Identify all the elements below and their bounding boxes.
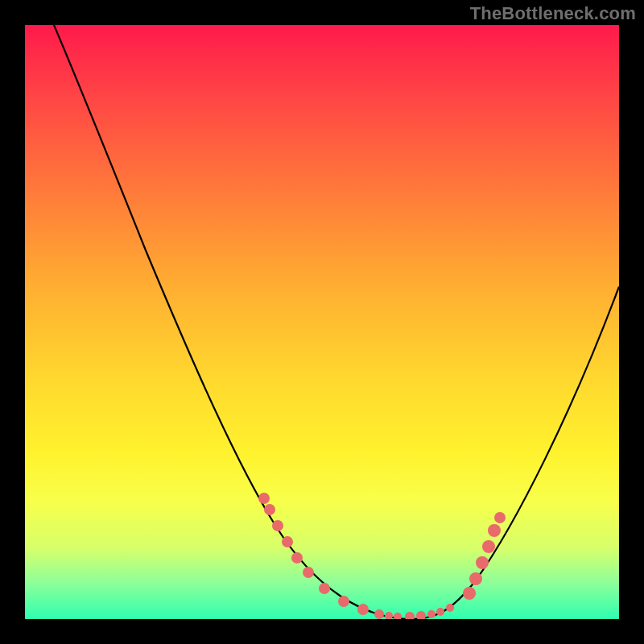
svg-point-10 bbox=[385, 612, 393, 619]
svg-point-14 bbox=[427, 610, 436, 618]
svg-point-13 bbox=[416, 611, 426, 619]
svg-point-11 bbox=[394, 613, 402, 619]
svg-point-0 bbox=[258, 493, 270, 504]
svg-point-20 bbox=[482, 540, 495, 553]
outer-frame: TheBottleneck.com bbox=[0, 0, 644, 644]
svg-point-17 bbox=[463, 587, 476, 600]
svg-point-4 bbox=[291, 552, 303, 564]
svg-point-22 bbox=[494, 512, 506, 523]
bottleneck-curve-svg bbox=[25, 25, 619, 619]
svg-point-8 bbox=[357, 604, 369, 615]
svg-point-15 bbox=[436, 608, 444, 616]
watermark-text: TheBottleneck.com bbox=[470, 3, 636, 24]
svg-point-16 bbox=[446, 604, 454, 612]
svg-point-6 bbox=[319, 583, 330, 594]
marker-dots bbox=[258, 493, 506, 619]
svg-point-1 bbox=[264, 504, 275, 515]
svg-point-12 bbox=[405, 612, 415, 619]
svg-point-5 bbox=[303, 567, 314, 578]
gradient-plot-area bbox=[25, 25, 619, 619]
svg-point-2 bbox=[272, 520, 283, 531]
svg-point-21 bbox=[488, 524, 501, 537]
bottleneck-curve bbox=[54, 25, 619, 619]
svg-point-3 bbox=[282, 536, 293, 547]
svg-point-19 bbox=[476, 556, 489, 569]
svg-point-18 bbox=[469, 572, 482, 585]
svg-point-7 bbox=[338, 596, 349, 607]
svg-point-9 bbox=[374, 609, 384, 619]
